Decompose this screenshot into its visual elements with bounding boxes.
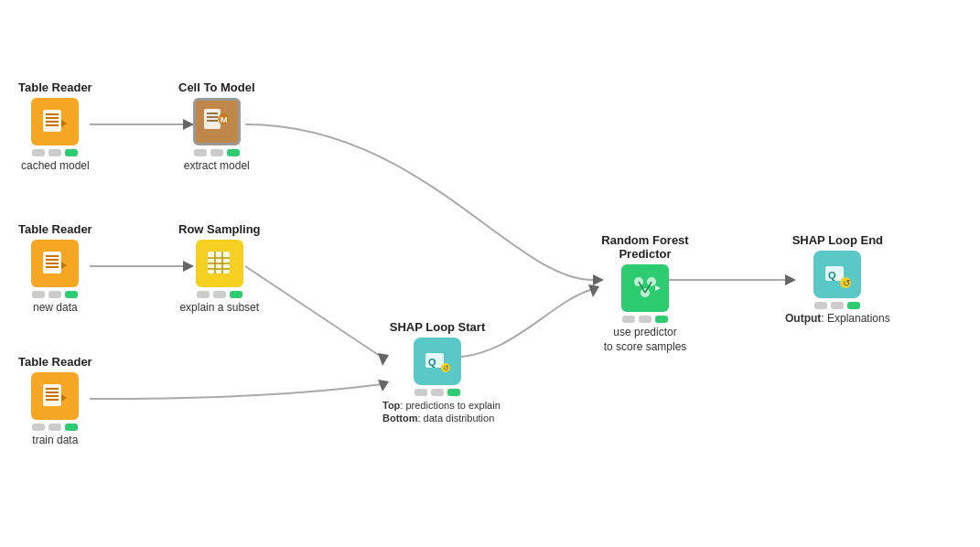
node-icon-cell[interactable]: M xyxy=(193,98,241,145)
node-shap-loop-end[interactable]: SHAP Loop End Q ↺ Output: Explanations xyxy=(785,233,890,325)
port2 xyxy=(48,149,61,156)
port2 xyxy=(431,389,444,396)
svg-marker-12 xyxy=(61,120,67,127)
node-ports-rf xyxy=(622,316,668,323)
svg-marker-36 xyxy=(61,394,67,402)
port2 xyxy=(210,149,223,156)
node-label-shap-end: Output: Explanations xyxy=(785,312,890,325)
port1 xyxy=(415,389,427,396)
node-ports-cached xyxy=(32,149,78,156)
node-label-cached: cached model xyxy=(21,159,90,172)
node-title-train: Table Reader xyxy=(18,355,92,369)
port1 xyxy=(622,316,635,323)
node-ports-row xyxy=(197,291,242,298)
port3 xyxy=(655,316,668,323)
port3 xyxy=(227,149,240,156)
svg-text:↺: ↺ xyxy=(843,278,850,288)
port1 xyxy=(32,424,45,431)
svg-marker-24 xyxy=(61,262,67,269)
node-ports-shap-end xyxy=(814,302,860,309)
node-label-train: train data xyxy=(32,434,78,446)
node-shap-loop-start[interactable]: SHAP Loop Start Q ↺ Top: predictions to … xyxy=(382,320,492,425)
node-ports-train xyxy=(32,424,78,431)
svg-marker-46 xyxy=(655,285,661,291)
node-title-shap-start: SHAP Loop Start xyxy=(390,320,486,334)
port3 xyxy=(230,291,242,298)
port3 xyxy=(847,302,860,309)
node-title-cell: Cell To Model xyxy=(178,80,255,94)
node-row-sampling[interactable]: Row Sampling explain a subset xyxy=(178,222,261,314)
svg-rect-25 xyxy=(208,252,230,274)
svg-text:Q: Q xyxy=(828,270,836,281)
node-label-cell: extract model xyxy=(184,159,250,172)
node-rf-predictor[interactable]: Random ForestPredictor use predictorto s… xyxy=(590,233,700,354)
node-table-reader-cached[interactable]: Table Reader cached model xyxy=(18,80,92,172)
port3 xyxy=(65,291,78,298)
node-ports-shap-start xyxy=(415,389,460,396)
node-title-cached: Table Reader xyxy=(18,80,92,94)
port1 xyxy=(197,291,210,298)
node-ports-cell xyxy=(194,149,240,156)
svg-text:M: M xyxy=(221,115,228,124)
node-title-row: Row Sampling xyxy=(178,222,261,236)
node-label-rf: use predictorto score samples xyxy=(590,326,700,354)
svg-text:↺: ↺ xyxy=(443,364,449,372)
port2 xyxy=(213,291,226,298)
port3 xyxy=(65,149,78,156)
port1 xyxy=(194,149,207,156)
node-ports-new xyxy=(32,291,78,298)
node-title-rf: Random ForestPredictor xyxy=(601,233,688,261)
port2 xyxy=(48,424,61,431)
node-icon-row[interactable] xyxy=(196,240,243,287)
node-icon-rf[interactable] xyxy=(621,264,669,312)
node-icon-shap-end[interactable]: Q ↺ xyxy=(813,251,861,298)
node-icon-cached[interactable] xyxy=(31,98,79,145)
port1 xyxy=(814,302,827,309)
node-icon-shap-start[interactable]: Q ↺ xyxy=(414,338,461,385)
node-cell-to-model[interactable]: Cell To Model M extract model xyxy=(178,80,255,172)
node-label-new: new data xyxy=(33,301,78,314)
node-icon-new[interactable] xyxy=(31,240,79,287)
node-title-new: Table Reader xyxy=(18,222,92,236)
port2 xyxy=(639,316,652,323)
node-label-row: explain a subset xyxy=(179,301,259,314)
node-table-reader-new[interactable]: Table Reader new data xyxy=(18,222,92,314)
port2 xyxy=(831,302,844,309)
port3 xyxy=(65,424,78,431)
workflow-canvas: Table Reader cached model Cell To Model xyxy=(0,0,980,547)
node-table-reader-train[interactable]: Table Reader train data xyxy=(18,355,92,446)
port2 xyxy=(48,291,61,298)
node-title-shap-end: SHAP Loop End xyxy=(792,233,883,247)
node-icon-train[interactable] xyxy=(31,372,79,420)
port3 xyxy=(447,389,460,396)
port1 xyxy=(32,149,45,156)
svg-text:Q: Q xyxy=(428,357,436,368)
port1 xyxy=(32,291,45,298)
node-label-shap-start: Top: predictions to explain Bottom: data… xyxy=(382,399,492,425)
